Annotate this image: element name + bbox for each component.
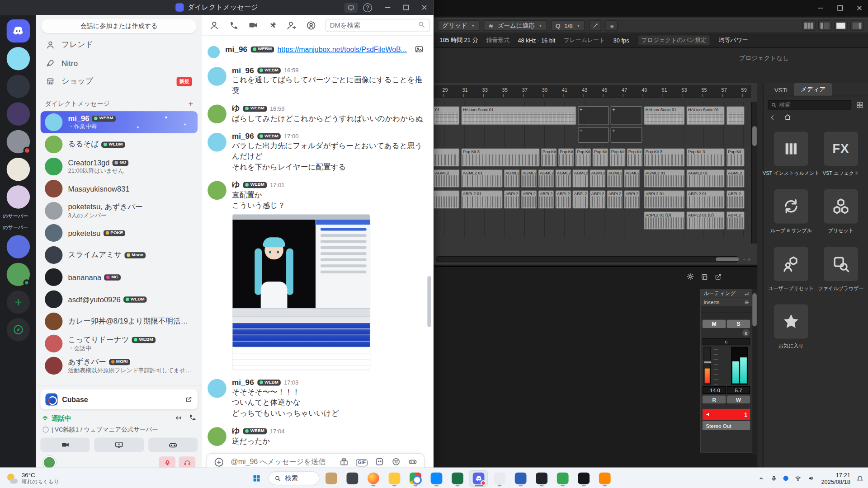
minimize-button[interactable] <box>818 3 824 13</box>
lower-zone-scrollbar[interactable] <box>752 289 757 455</box>
tab-media[interactable]: メディア <box>794 83 832 96</box>
media-tile-loops[interactable]: ループ & サンプル <box>766 189 816 235</box>
call-channel[interactable]: | VC雑談1 / ウェブマニア公式サーバー <box>42 426 198 434</box>
clip[interactable]: ABPL2 <box>726 211 745 230</box>
iterative-quantize-icon[interactable] <box>589 20 601 31</box>
open-activity-icon[interactable] <box>185 396 193 404</box>
framerate-value[interactable]: 30 fps <box>613 37 629 44</box>
apps-icon[interactable] <box>408 457 417 467</box>
taskbar-app-screen-app[interactable] <box>343 470 361 487</box>
fader-handle[interactable] <box>703 361 712 363</box>
attached-image[interactable] <box>232 214 370 370</box>
taskbar-app-obs[interactable] <box>533 470 551 487</box>
clip[interactable]: AGML2 <box>607 169 623 188</box>
dm-list-item[interactable]: あずきバーMORI活動表横以外原則フレンド申請許可してません... <box>40 355 198 377</box>
clip[interactable]: AGML2 <box>504 169 520 188</box>
clip[interactable]: AGML2 01 <box>686 169 724 188</box>
read-automation-button[interactable]: R <box>703 396 726 404</box>
soundboard-button[interactable] <box>148 438 198 452</box>
tab-vsti[interactable]: VSTi <box>772 84 789 95</box>
clip[interactable] <box>434 148 460 166</box>
timeline-ruler[interactable]: 29313335373941434547495153555759 <box>434 85 751 98</box>
close-button[interactable] <box>416 0 433 15</box>
record-format-value[interactable]: 48 kHz - 16 bit <box>518 37 555 44</box>
server-icon[interactable] <box>6 130 29 153</box>
weather-widget[interactable]: 36°C 晴れのちくもり <box>0 468 66 488</box>
clip[interactable]: Pop Kit 3 <box>461 148 540 166</box>
scrollbar-thumb[interactable] <box>752 126 757 146</box>
notifications-bell-icon[interactable] <box>856 475 863 482</box>
voice-bars-icon[interactable] <box>175 413 183 423</box>
maximize-button[interactable] <box>837 3 843 13</box>
inserts-section[interactable]: Inserts⊕ <box>701 298 752 307</box>
clip[interactable]: Pop Kit <box>558 148 574 166</box>
output-bus-name[interactable]: Stereo Out <box>703 421 750 430</box>
media-tile-fx[interactable]: FXVST エフェクト <box>816 131 866 177</box>
close-button[interactable] <box>856 3 862 13</box>
output-record-row[interactable]: 1 <box>703 409 750 420</box>
emoji-picker-icon[interactable] <box>392 457 401 467</box>
sidebar-item-friends[interactable]: フレンド <box>40 36 198 54</box>
meter-peak-value[interactable]: 5.7 <box>727 386 750 394</box>
solo-button[interactable]: S <box>727 320 750 328</box>
clip[interactable] <box>434 190 460 208</box>
lower-zone-toggle[interactable] <box>834 20 847 31</box>
activity-card[interactable]: Cubase <box>40 389 198 409</box>
view-options-icon[interactable] <box>856 101 863 109</box>
right-zone-toggle[interactable] <box>850 20 863 31</box>
insert-slot[interactable] <box>701 307 752 313</box>
routing-section[interactable]: ルーティング⇄ <box>701 289 752 298</box>
taskbar-app-discord[interactable] <box>469 470 487 487</box>
video-call-icon[interactable] <box>248 20 259 30</box>
upload-attachment-icon[interactable] <box>214 457 224 467</box>
hidden-icons-chevron[interactable] <box>758 475 765 482</box>
pan-law-value[interactable]: 均等パワー <box>719 37 748 44</box>
grid-type-dropdown[interactable]: グリッド▼ <box>438 20 480 31</box>
dm-list-item[interactable]: Masayukisnow831 <box>40 178 198 200</box>
clip[interactable]: AGML2 <box>434 169 460 188</box>
server-icon[interactable] <box>6 103 29 126</box>
message[interactable]: mi_96WEBMhttps://manjubox.net/tools/PsdF… <box>208 45 425 58</box>
clip[interactable]: Pop Kit <box>609 148 626 166</box>
quantize-edit-button[interactable]: e <box>606 20 618 31</box>
taskbar-app-ime-tool[interactable] <box>575 470 593 487</box>
message[interactable]: mi_96WEBM17:00バラした出力先にフォルダがずらーとおいてあると思うん… <box>208 131 425 172</box>
clip[interactable]: AGML2 01 <box>644 169 685 188</box>
add-server-button[interactable] <box>6 291 29 314</box>
disconnect-call-icon[interactable] <box>188 413 196 424</box>
dm-list-item[interactable]: こってりドーナツWEBM・会話中 <box>40 333 198 355</box>
media-search-input[interactable] <box>779 102 848 108</box>
message[interactable]: ゆWEBM16:59ばらしてみたけどこれからどうすればいいのかわからぬ <box>208 103 425 124</box>
clip[interactable]: 01 <box>434 106 460 125</box>
open-in-window-icon[interactable] <box>701 273 708 283</box>
deafen-button[interactable] <box>179 456 196 469</box>
scrollbar-thumb[interactable] <box>716 257 739 261</box>
scrollbar-thumb[interactable] <box>427 276 431 327</box>
clip[interactable] <box>578 106 609 125</box>
clip[interactable]: ABPL2 <box>504 190 520 208</box>
wifi-icon[interactable] <box>795 475 802 482</box>
dm-list-item[interactable]: Creator13gdGD21:00以降はいません <box>40 155 198 178</box>
clip[interactable]: ABPL2 01 (D) <box>644 211 685 230</box>
clip[interactable]: ABPL2 <box>607 190 623 208</box>
settings-gear-icon[interactable] <box>686 273 694 283</box>
clip[interactable]: AGML2 <box>624 169 640 188</box>
help-icon[interactable]: ? <box>363 3 372 12</box>
message[interactable]: mi_96WEBM17:03そそそそ〜〜！！！ついんてと体逆かなどっちでもいいっ… <box>208 378 425 418</box>
message-link[interactable]: https://manjubox.net/tools/PsdFileWoB... <box>278 45 407 53</box>
clip[interactable]: AGML2 <box>726 169 745 188</box>
write-automation-button[interactable]: W <box>727 396 750 404</box>
clip[interactable]: ABPL2 01 (D) <box>686 211 724 230</box>
microphone-tray-icon[interactable] <box>771 475 778 482</box>
clip[interactable]: Pop Kit 3 <box>644 148 685 166</box>
taskbar-search[interactable]: 検索 <box>269 471 320 485</box>
pin-icon[interactable] <box>268 20 278 30</box>
clip[interactable]: HALion Sonic 01 <box>686 106 724 125</box>
message[interactable]: ゆWEBM17:01直配置かこういう感じ？ <box>208 180 425 370</box>
media-tile-presets[interactable]: プリセット <box>816 189 866 235</box>
server-icon[interactable] <box>6 235 29 258</box>
dm-search-box[interactable] <box>326 19 429 32</box>
server-icon[interactable] <box>6 75 29 98</box>
taskbar-clock[interactable]: 17:21 2025/08/18 <box>821 471 850 486</box>
quantize-dropdown[interactable]: Q1/8▼ <box>551 20 585 31</box>
